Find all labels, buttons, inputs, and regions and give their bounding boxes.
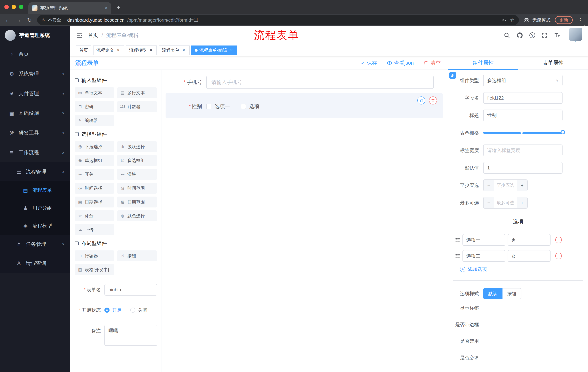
github-icon[interactable] (516, 32, 523, 39)
browser-menu-icon[interactable]: ⋮ (577, 17, 584, 23)
label-width-input[interactable] (483, 145, 563, 156)
search-icon[interactable] (504, 32, 510, 39)
update-button[interactable]: 更新 (555, 16, 573, 24)
reload-icon[interactable]: ↻ (26, 17, 33, 23)
decrease-button[interactable]: − (483, 180, 494, 191)
tab-close-icon[interactable]: × (105, 5, 108, 11)
palette-item-multiline-text[interactable]: ▤多行文本 (117, 87, 157, 98)
tab-component-props[interactable]: 组件属性 (448, 56, 518, 70)
remove-option-icon[interactable]: − (555, 253, 562, 259)
option-name-input[interactable] (462, 234, 505, 246)
tag-process-definition[interactable]: 流程定义 × (93, 45, 124, 55)
max-select-input[interactable] (494, 197, 517, 208)
new-tab-button[interactable]: + (116, 3, 120, 11)
fullscreen-icon[interactable] (541, 32, 548, 38)
form-name-input[interactable] (105, 284, 157, 296)
palette-item-color-picker[interactable]: ◍颜色选择 (117, 210, 157, 221)
slider-track[interactable] (483, 132, 563, 134)
window-close-button[interactable] (4, 5, 9, 9)
close-icon[interactable]: × (148, 48, 154, 53)
copy-widget-button[interactable] (417, 96, 425, 105)
user-avatar-wrap[interactable]: ∨ (569, 28, 582, 43)
browser-tab[interactable]: 芋道管理系统 × (28, 2, 111, 14)
palette-item-cascader[interactable]: ⋔级联选择 (117, 141, 157, 152)
palette-item-row-container[interactable]: ⊞行容器 (74, 250, 114, 261)
close-icon[interactable]: × (229, 48, 234, 53)
selected-widget-gender[interactable]: *性别 选项一 选项二 (166, 93, 443, 118)
clear-button[interactable]: 清空 (423, 60, 441, 66)
palette-item-switch[interactable]: ⊸开关 (74, 169, 114, 180)
sidebar-item-leave-query[interactable]: ♙ 请假查询 (0, 254, 70, 273)
sidebar-item-process-form[interactable]: ▤ 流程表单 (0, 181, 70, 199)
sidebar-logo[interactable]: 芋道管理系统 (0, 26, 70, 44)
sidebar-item-devtools[interactable]: ⚒ 研发工具 ∨ (0, 123, 70, 143)
option-name-input[interactable] (462, 250, 505, 262)
option-value-input[interactable] (508, 234, 551, 246)
gender-checkbox-option2[interactable]: 选项二 (241, 103, 264, 110)
option-style-button-button[interactable]: 按钮 (503, 288, 521, 299)
window-minimize-button[interactable] (12, 5, 16, 9)
sidebar-item-system[interactable]: ⚙ 系统管理 ∨ (0, 64, 70, 84)
sidebar-item-user-group[interactable]: ♟ 用户分组 (0, 199, 70, 217)
min-select-input[interactable] (494, 180, 517, 191)
form-remark-textarea[interactable]: 嘿嘿 (105, 325, 157, 346)
tag-process-form-edit[interactable]: 流程表单-编辑 × (191, 45, 237, 55)
default-value-input[interactable] (483, 162, 563, 174)
palette-item-radio-group[interactable]: ◉单选框组 (74, 155, 114, 166)
palette-item-time-range[interactable]: ◶时间范围 (117, 183, 157, 194)
form-grid-slider[interactable] (483, 127, 563, 139)
password-key-icon[interactable] (502, 17, 507, 23)
palette-item-single-line-text[interactable]: ▭单行文本 (74, 87, 114, 98)
address-bar[interactable]: ⚠ 不安全 dashboard.yudao.iocoder.cn /bpm/ma… (37, 15, 519, 25)
bookmark-star-icon[interactable]: ☆ (510, 17, 514, 23)
sidebar-item-process-model[interactable]: ◈ 流程模型 (0, 217, 70, 235)
tag-process-form[interactable]: 流程表单 × (159, 45, 189, 55)
field-name-input[interactable] (483, 92, 563, 104)
option-value-input[interactable] (508, 250, 551, 262)
tag-home[interactable]: 首页 (76, 45, 91, 55)
palette-item-editor[interactable]: ✎编辑器 (74, 115, 114, 126)
sidebar-item-process-management[interactable]: ☰ 流程管理 ∧ (0, 162, 70, 181)
palette-item-counter[interactable]: 123计数器 (117, 101, 157, 112)
breadcrumb-home[interactable]: 首页 (88, 32, 98, 39)
gender-checkbox-option1[interactable]: 选项一 (206, 103, 230, 110)
component-type-select[interactable]: 多选框组 ∨ (483, 74, 563, 86)
increase-button[interactable]: + (517, 197, 527, 208)
palette-item-slider[interactable]: ⊷滑块 (117, 169, 157, 180)
phone-input[interactable] (206, 76, 434, 89)
palette-item-password[interactable]: ⊡密码 (74, 101, 114, 112)
help-icon[interactable]: ? (529, 32, 535, 38)
sidebar-item-home[interactable]: ◔ 首页 (0, 44, 70, 64)
palette-item-time-picker[interactable]: ◷时间选择 (74, 183, 114, 194)
increase-button[interactable]: + (517, 180, 527, 191)
save-button[interactable]: ✓ 保存 (361, 60, 377, 66)
palette-item-rate[interactable]: ☆评分 (74, 210, 114, 221)
sidebar-item-workflow[interactable]: ≣ 工作流程 ∧ (0, 143, 70, 162)
window-zoom-button[interactable] (19, 5, 23, 9)
palette-item-checkbox-group[interactable]: ☑多选框组 (117, 155, 157, 166)
decrease-button[interactable]: − (483, 197, 494, 208)
tab-form-props[interactable]: 表单属性 (518, 56, 588, 70)
drag-handle-icon[interactable] (455, 253, 460, 259)
title-input[interactable] (483, 110, 563, 121)
palette-item-date-range[interactable]: ▩日期范围 (117, 197, 157, 207)
palette-item-upload[interactable]: ☁上传 (74, 224, 114, 235)
close-icon[interactable]: × (181, 48, 186, 53)
link-icon[interactable] (449, 72, 456, 79)
font-size-icon[interactable] (554, 32, 561, 39)
remove-option-icon[interactable]: − (555, 237, 562, 243)
slider-handle[interactable] (561, 130, 565, 134)
tag-process-model[interactable]: 流程模型 × (126, 45, 157, 55)
security-label[interactable]: 不安全 (48, 17, 61, 23)
delete-widget-button[interactable] (429, 96, 437, 105)
sidebar-item-infrastructure[interactable]: ▣ 基础设施 ∨ (0, 103, 70, 123)
palette-item-select[interactable]: ◎下拉选择 (74, 141, 114, 152)
status-radio-on[interactable]: 开启 (105, 307, 122, 313)
drag-handle-icon[interactable] (455, 237, 460, 243)
back-icon[interactable]: ← (4, 17, 11, 23)
status-radio-off[interactable]: 关闭 (130, 307, 147, 313)
option-style-default-button[interactable]: 默认 (483, 288, 503, 299)
close-icon[interactable]: × (116, 48, 121, 53)
palette-item-table[interactable]: ▥表格[开发中] (74, 264, 114, 275)
add-option-button[interactable]: + 添加选项 (448, 266, 588, 272)
